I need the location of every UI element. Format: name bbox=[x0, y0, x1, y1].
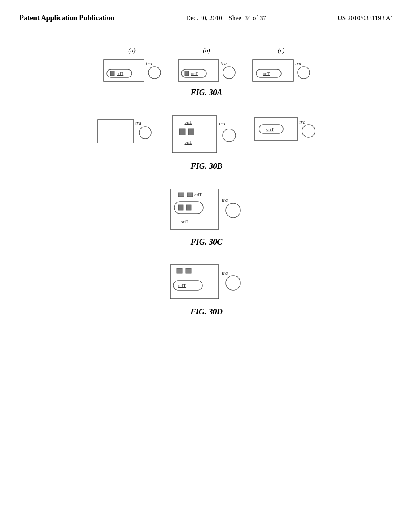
svg-point-11 bbox=[223, 66, 235, 79]
fig-30b-diagrams: tra oriT oriT tra bbox=[97, 113, 317, 158]
label-c: (c) bbox=[278, 47, 285, 54]
svg-text:oriT: oriT bbox=[184, 120, 192, 125]
svg-rect-22 bbox=[179, 129, 185, 135]
svg-rect-8 bbox=[185, 71, 189, 76]
fig-30b-left: tra bbox=[97, 113, 155, 150]
svg-point-16 bbox=[298, 66, 310, 79]
svg-rect-23 bbox=[188, 129, 194, 135]
fig-30c-diagrams: oriT oriT tra bbox=[169, 187, 244, 233]
svg-text:oriT: oriT bbox=[184, 140, 192, 145]
fig-30a-diagrams: (a) oriT tra (b) bbox=[103, 47, 311, 84]
svg-text:tra: tra bbox=[146, 60, 152, 66]
svg-text:tra: tra bbox=[221, 60, 227, 66]
svg-point-31 bbox=[302, 125, 315, 137]
fig-30a-a-svg: oriT tra bbox=[103, 56, 161, 84]
fig-30a-c-svg: oriT tra bbox=[252, 56, 311, 84]
svg-text:oriT: oriT bbox=[117, 71, 123, 76]
fig-30d-caption: FIG. 30D bbox=[190, 307, 223, 316]
svg-rect-45 bbox=[173, 281, 202, 290]
svg-rect-33 bbox=[178, 193, 184, 197]
svg-point-48 bbox=[226, 276, 240, 290]
svg-text:oriT: oriT bbox=[191, 71, 198, 76]
fig-30d-group: oriT tra FIG. 30D bbox=[169, 263, 244, 316]
fig-30b-center: oriT oriT tra bbox=[171, 113, 238, 158]
fig-30b-center-svg: oriT oriT tra bbox=[171, 113, 238, 158]
fig-30a-caption: FIG. 30A bbox=[191, 88, 223, 97]
svg-rect-44 bbox=[186, 268, 191, 273]
svg-text:oriT: oriT bbox=[178, 283, 186, 288]
svg-rect-20 bbox=[172, 116, 217, 153]
svg-text:tra: tra bbox=[219, 121, 225, 127]
svg-rect-34 bbox=[187, 193, 193, 197]
fig-30a-c: (c) oriT tra bbox=[252, 47, 311, 84]
svg-text:oriT: oriT bbox=[266, 127, 274, 131]
fig-30c-main: oriT oriT tra bbox=[169, 187, 244, 233]
publication-date: Dec. 30, 2010 Sheet 34 of 37 bbox=[186, 13, 266, 22]
patent-number: US 2010/0331193 A1 bbox=[338, 13, 394, 22]
fig-30b-right: oriT tra bbox=[254, 113, 317, 150]
svg-rect-38 bbox=[186, 205, 191, 210]
main-content: (a) oriT tra (b) bbox=[0, 23, 413, 316]
fig-30b-right-svg: oriT tra bbox=[254, 113, 317, 150]
svg-text:oriT: oriT bbox=[263, 71, 270, 76]
label-b: (b) bbox=[203, 47, 210, 54]
svg-point-41 bbox=[226, 203, 240, 218]
svg-text:oriT: oriT bbox=[181, 219, 188, 224]
svg-point-19 bbox=[139, 127, 151, 139]
fig-30d-svg: oriT tra bbox=[169, 263, 244, 303]
page-header: Patent Application Publication Dec. 30, … bbox=[0, 0, 413, 23]
svg-text:tra: tra bbox=[135, 120, 142, 126]
fig-30c-caption: FIG. 30C bbox=[191, 237, 223, 247]
svg-text:tra: tra bbox=[295, 60, 302, 66]
fig-30a-b: (b) oriT tra bbox=[177, 47, 236, 84]
fig-30b-left-svg: tra bbox=[97, 113, 155, 150]
publication-title: Patent Application Publication bbox=[19, 13, 115, 23]
svg-rect-2 bbox=[110, 71, 114, 76]
fig-30d-diagrams: oriT tra bbox=[169, 263, 244, 303]
svg-point-5 bbox=[148, 66, 161, 79]
svg-rect-17 bbox=[98, 120, 134, 143]
svg-rect-43 bbox=[177, 268, 182, 273]
svg-text:tra: tra bbox=[299, 119, 306, 125]
fig-30c-svg: oriT oriT tra bbox=[169, 187, 244, 233]
svg-text:oriT: oriT bbox=[194, 192, 202, 197]
svg-point-26 bbox=[223, 129, 236, 142]
fig-30a-b-svg: oriT tra bbox=[177, 56, 236, 84]
svg-text:tra: tra bbox=[222, 270, 228, 276]
label-a: (a) bbox=[128, 47, 136, 54]
fig-30d-main: oriT tra bbox=[169, 263, 244, 303]
fig-30a-a: (a) oriT tra bbox=[103, 47, 161, 84]
fig-30b-caption: FIG. 30B bbox=[191, 162, 223, 171]
fig-30c-group: oriT oriT tra FIG. 30C bbox=[169, 187, 244, 247]
fig-30a-group: (a) oriT tra (b) bbox=[103, 47, 311, 97]
svg-text:tra: tra bbox=[222, 197, 228, 203]
svg-rect-37 bbox=[178, 205, 183, 210]
fig-30b-group: tra oriT oriT tra bbox=[97, 113, 317, 171]
